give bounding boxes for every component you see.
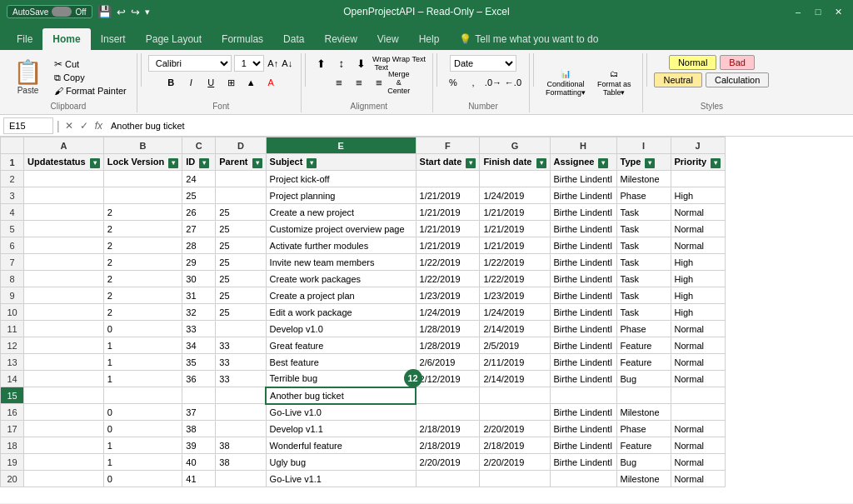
cell-14-b[interactable]: 1 <box>103 371 182 387</box>
cell-7-b[interactable]: 2 <box>103 254 182 271</box>
wrap-text-label[interactable]: Wrap Text <box>392 55 426 72</box>
cell-11-c[interactable]: 33 <box>182 321 216 337</box>
style-normal[interactable]: Normal <box>669 55 716 70</box>
cell-9-g[interactable]: 1/23/2019 <box>480 287 550 304</box>
cell-8-d[interactable]: 25 <box>216 271 266 287</box>
increase-decimal-button[interactable]: .0→ <box>484 74 502 91</box>
cell-19-c[interactable]: 40 <box>182 454 216 471</box>
cell-15-g[interactable] <box>480 387 550 404</box>
cell-7-f[interactable]: 1/22/2019 <box>416 254 480 271</box>
align-right-button[interactable]: ≡ <box>370 74 388 91</box>
cell-11-g[interactable]: 2/14/2019 <box>480 321 550 337</box>
cell-10-h[interactable]: Birthe Lindentl <box>550 304 616 321</box>
cell-15-h[interactable] <box>550 387 616 404</box>
cell-19-h[interactable]: Birthe Lindentl <box>550 454 616 471</box>
cell-5-g[interactable]: 1/21/2019 <box>480 221 550 237</box>
cell-2-d[interactable] <box>216 171 266 187</box>
cell-10-f[interactable]: 1/24/2019 <box>416 304 480 321</box>
cell-9-d[interactable]: 25 <box>216 287 266 304</box>
cell-12-b[interactable]: 1 <box>103 337 182 354</box>
copy-button[interactable]: ⧉ Copy <box>51 72 130 84</box>
filter-assignee[interactable]: ▾ <box>598 158 608 168</box>
tab-page-layout[interactable]: Page Layout <box>136 28 212 50</box>
col-header-g[interactable]: G <box>480 137 550 154</box>
cell-13-c[interactable]: 35 <box>182 354 216 371</box>
filter-updatestatus[interactable]: ▾ <box>90 158 100 168</box>
cell-6-e[interactable]: Activate further modules <box>266 237 416 254</box>
cell-13-b[interactable]: 1 <box>103 354 182 371</box>
cell-5-b[interactable]: 2 <box>103 221 182 237</box>
cell-10-b[interactable]: 2 <box>103 304 182 321</box>
cell-18-h[interactable]: Birthe Lindentl <box>550 437 616 454</box>
cell-13-a[interactable] <box>24 354 104 371</box>
style-bad[interactable]: Bad <box>720 55 755 70</box>
cell-18-e[interactable]: Wonderful feature <box>266 437 416 454</box>
autosave-badge[interactable]: AutoSave Off <box>7 5 92 18</box>
cell-19-b[interactable]: 1 <box>103 454 182 471</box>
cell-10-c[interactable]: 32 <box>182 304 216 321</box>
cell-15-a[interactable] <box>24 387 104 404</box>
cell-11-j[interactable]: Normal <box>671 321 725 337</box>
cell-3-c[interactable]: 25 <box>182 187 216 204</box>
cell-16-i[interactable]: Milestone <box>616 404 671 421</box>
cell-9-a[interactable] <box>24 287 104 304</box>
cell-5-f[interactable]: 1/21/2019 <box>416 221 480 237</box>
cell-4-h[interactable]: Birthe Lindentl <box>550 204 616 221</box>
cell-8-b[interactable]: 2 <box>103 271 182 287</box>
cancel-formula-button[interactable]: ✕ <box>63 120 75 132</box>
cell-16-d[interactable] <box>216 404 266 421</box>
cell-19-i[interactable]: Bug <box>616 454 671 471</box>
cell-9-i[interactable]: Task <box>616 287 671 304</box>
cell-20-i[interactable]: Milestone <box>616 471 671 487</box>
cell-6-b[interactable]: 2 <box>103 237 182 254</box>
cell-reference-box[interactable]: E15 <box>3 117 53 134</box>
cell-5-i[interactable]: Task <box>616 221 671 237</box>
cell-11-i[interactable]: Phase <box>616 321 671 337</box>
cell-17-f[interactable]: 2/18/2019 <box>416 421 480 437</box>
cell-14-g[interactable]: 2/14/2019 <box>480 371 550 387</box>
cell-20-a[interactable] <box>24 471 104 487</box>
cell-5-a[interactable] <box>24 221 104 237</box>
cell-9-j[interactable]: High <box>671 287 725 304</box>
italic-button[interactable]: I <box>182 74 200 91</box>
cell-2-b[interactable] <box>103 171 182 187</box>
tab-review[interactable]: Review <box>314 28 367 50</box>
cell-11-d[interactable] <box>216 321 266 337</box>
confirm-formula-button[interactable]: ✓ <box>78 120 90 132</box>
insert-function-button[interactable]: fx <box>93 120 104 132</box>
cell-15-d[interactable] <box>216 387 266 404</box>
tab-home[interactable]: Home <box>42 28 90 50</box>
cell-16-g[interactable] <box>480 404 550 421</box>
cell-8-g[interactable]: 1/22/2019 <box>480 271 550 287</box>
cell-16-a[interactable] <box>24 404 104 421</box>
font-increase-button[interactable]: A↑ <box>267 55 280 72</box>
filter-priority[interactable]: ▾ <box>711 158 721 168</box>
cell-12-e[interactable]: Great feature <box>266 337 416 354</box>
cell-15-e[interactable] <box>266 387 416 404</box>
cell-10-j[interactable]: High <box>671 304 725 321</box>
cell-12-j[interactable]: Normal <box>671 337 725 354</box>
cell-12-i[interactable]: Feature <box>616 337 671 354</box>
align-top-button[interactable]: ⬆ <box>312 55 331 72</box>
cell-12-h[interactable]: Birthe Lindentl <box>550 337 616 354</box>
col-header-e[interactable]: E <box>266 137 416 154</box>
col-header-b[interactable]: B <box>103 137 182 154</box>
cut-button[interactable]: ✂ Cut <box>51 57 130 71</box>
format-painter-button[interactable]: 🖌 Format Painter <box>51 85 130 97</box>
cell-4-d[interactable]: 25 <box>216 204 266 221</box>
cell-7-i[interactable]: Task <box>616 254 671 271</box>
cell-4-g[interactable]: 1/21/2019 <box>480 204 550 221</box>
cell-12-a[interactable] <box>24 337 104 354</box>
cell-18-f[interactable]: 2/18/2019 <box>416 437 480 454</box>
border-button[interactable]: ⊞ <box>222 74 240 91</box>
cell-4-i[interactable]: Task <box>616 204 671 221</box>
cell-18-b[interactable]: 1 <box>103 437 182 454</box>
cell-10-i[interactable]: Task <box>616 304 671 321</box>
editing-input[interactable] <box>267 388 415 403</box>
style-calculation[interactable]: Calculation <box>706 72 769 87</box>
cell-9-h[interactable]: Birthe Lindentl <box>550 287 616 304</box>
filter-finishdate[interactable]: ▾ <box>536 158 546 168</box>
tab-help[interactable]: Help <box>409 28 450 50</box>
cell-10-e[interactable]: Edit a work package <box>266 304 416 321</box>
cell-5-e[interactable]: Customize project overview page <box>266 221 416 237</box>
